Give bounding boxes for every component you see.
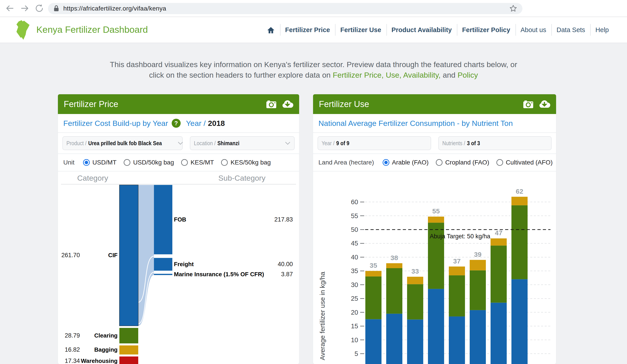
product-select[interactable]: Product /Urea prilled bulk fob Black Sea (62, 136, 183, 150)
radio-button-icon[interactable] (436, 159, 443, 166)
back-icon[interactable] (4, 3, 15, 13)
bar-segment-gold[interactable] (386, 263, 402, 268)
node-clearing[interactable] (119, 328, 138, 343)
land-radio-cultivated-afo[interactable]: Cultivated (AFO) (496, 159, 553, 166)
nav-fertilizer-policy[interactable]: Fertilizer Policy (457, 24, 515, 36)
bar-segment-gold[interactable] (491, 238, 507, 246)
bar-segment-gold[interactable] (470, 260, 486, 270)
radio-button-icon[interactable] (181, 159, 188, 166)
radio-button-icon[interactable] (83, 159, 90, 166)
year-select[interactable]: Year /9 of 9 (317, 136, 431, 150)
node-fob[interactable] (154, 185, 172, 254)
bar-total-label: 62 (516, 188, 523, 195)
node-label: Warehousing (81, 358, 118, 364)
help-icon[interactable]: ? (172, 119, 181, 128)
tick-label: 60 (351, 198, 358, 206)
node-bagging[interactable] (119, 345, 138, 354)
nav-about-us[interactable]: About us (516, 24, 551, 36)
unit-label: Unit (63, 159, 74, 166)
year-label[interactable]: Year / (186, 119, 206, 128)
bar-segment-gold[interactable] (512, 197, 527, 205)
intro-link-fertilizer-price[interactable]: Fertilizer Price, (333, 71, 384, 79)
site-title: Kenya Fertilizer Dashboard (36, 17, 148, 42)
node-label: Bagging (94, 346, 118, 353)
bar-total-label: 33 (411, 267, 419, 275)
nav-product-availability[interactable]: Product Availability (386, 24, 457, 36)
bar-segment-green[interactable] (470, 270, 486, 310)
bar-segment-green[interactable] (407, 284, 423, 319)
bar-segment-green[interactable] (386, 268, 402, 314)
use-panel-title[interactable]: Fertilizer Use (319, 100, 369, 109)
bar-segment-green[interactable] (428, 223, 444, 289)
bar-segment-blue[interactable] (449, 316, 465, 364)
y-axis-label: Average fertilizer use in kg/ha (319, 271, 326, 360)
home-icon (267, 26, 275, 34)
intro-line2: click on the section headers to further … (0, 70, 627, 80)
bar-segment-green[interactable] (491, 246, 507, 303)
reload-icon[interactable] (34, 3, 45, 13)
use-chart-title[interactable]: National Average Fertilizer Consumption … (318, 119, 513, 128)
location-select[interactable]: Location /Shimanzi (190, 136, 295, 150)
nav-help[interactable]: Help (590, 24, 614, 36)
sankey-flow[interactable] (138, 185, 154, 326)
price-panel-title[interactable]: Fertilizer Price (64, 100, 118, 109)
stacked-bar-chart[interactable]: 510152025303540455055603538335537394762A… (313, 184, 556, 364)
sankey-chart[interactable]: 261.70CIF28.79Clearing16.82Bagging17.34W… (58, 184, 299, 364)
year-select-value: 9 of 9 (336, 140, 349, 147)
nav-fertilizer-price[interactable]: Fertilizer Price (280, 24, 335, 36)
bar-segment-gold[interactable] (449, 267, 465, 275)
bar-segment-blue[interactable] (491, 303, 507, 364)
use-panel-header[interactable]: Fertilizer Use (313, 94, 556, 114)
bar-segment-blue[interactable] (365, 319, 381, 364)
node-cif[interactable] (119, 185, 138, 326)
forward-icon[interactable] (20, 3, 30, 13)
radio-button-icon[interactable] (383, 159, 389, 166)
bar-segment-gold[interactable] (365, 271, 381, 276)
nav-fertilizer-use[interactable]: Fertilizer Use (335, 24, 386, 36)
download-icon[interactable] (282, 100, 293, 109)
intro-text-segment (383, 71, 386, 79)
price-chart-title[interactable]: Fertilizer Cost Build-up by Year (63, 119, 168, 128)
radio-button-icon[interactable] (221, 159, 228, 166)
bar-segment-blue[interactable] (512, 279, 527, 364)
land-radio-cropland-fao[interactable]: Cropland (FAO) (436, 159, 489, 166)
node-marine-insurance-1-5-of-cfr[interactable] (154, 274, 172, 275)
land-radio-arable-fao[interactable]: Arable (FAO) (383, 159, 429, 166)
tick-label: 15 (351, 322, 358, 330)
url-bar[interactable]: https://africafertilizer.org/vifaa/kenya (48, 3, 522, 14)
chevron-down-icon (285, 141, 291, 145)
year-value: 2018 (208, 119, 225, 128)
node-freight[interactable] (154, 258, 172, 271)
bar-segment-gold[interactable] (428, 216, 444, 223)
site-header: Kenya Fertilizer Dashboard Fertilizer Pr… (0, 17, 627, 43)
nutrients-select[interactable]: Nutrients /3 of 3 (438, 136, 552, 150)
camera-icon[interactable] (523, 100, 534, 109)
price-panel-header[interactable]: Fertilizer Price (58, 94, 299, 114)
radio-button-icon[interactable] (124, 159, 130, 166)
bar-segment-green[interactable] (512, 205, 527, 279)
bar-segment-blue[interactable] (386, 314, 402, 364)
bar-segment-blue[interactable] (428, 289, 444, 364)
bar-total-label: 39 (474, 251, 481, 258)
unit-radio-kes-50kg-bag[interactable]: KES/50kg bag (221, 159, 271, 166)
unit-radio-kes-mt[interactable]: KES/MT (181, 159, 214, 166)
download-icon[interactable] (539, 100, 550, 109)
intro-link-use[interactable]: Use, (386, 71, 402, 79)
nav-data-sets[interactable]: Data Sets (551, 24, 590, 36)
nav-home[interactable] (262, 24, 280, 36)
bar-segment-blue[interactable] (407, 319, 423, 364)
url-text[interactable]: https://africafertilizer.org/vifaa/kenya (63, 5, 166, 12)
tick-label: 40 (351, 254, 358, 261)
bar-segment-green[interactable] (449, 275, 465, 316)
radio-button-icon[interactable] (496, 159, 503, 166)
unit-radio-usd-50kg-bag[interactable]: USD/50kg bag (124, 159, 174, 166)
bar-segment-gold[interactable] (407, 277, 423, 284)
camera-icon[interactable] (266, 100, 277, 109)
bar-segment-blue[interactable] (470, 310, 486, 364)
bar-segment-green[interactable] (365, 276, 381, 319)
bookmark-star-icon[interactable] (509, 4, 518, 13)
node-warehousing[interactable] (119, 357, 138, 364)
unit-radio-usd-mt[interactable]: USD/MT (83, 159, 116, 166)
intro-link-availability[interactable]: Availability, (403, 71, 440, 79)
intro-link-policy[interactable]: Policy (458, 71, 478, 79)
